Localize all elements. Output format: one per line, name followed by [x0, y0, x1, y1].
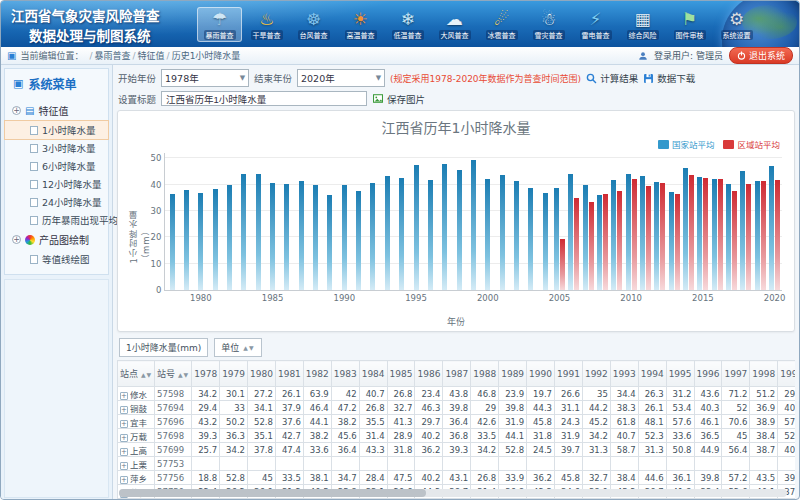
year-column-header[interactable]: 1980	[248, 361, 276, 387]
station-name-cell[interactable]: +萍乡	[118, 471, 155, 485]
bar-国家站平均-2001[interactable]	[500, 175, 505, 290]
toolbar-item-snow[interactable]: ☃雪灾普查	[526, 8, 571, 41]
calc-result-button[interactable]: 计算结果	[586, 71, 638, 85]
bar-区域站平均-2015[interactable]	[703, 178, 708, 290]
sidebar-item-24h-precip[interactable]: 24小时降水量	[5, 193, 108, 211]
chart-title-input[interactable]	[161, 91, 367, 106]
toolbar-item-system-settings[interactable]: ⚙系统设置	[714, 8, 759, 41]
bar-国家站平均-1993[interactable]	[385, 176, 390, 290]
sidebar-group-feature-values[interactable]: +▤特征值	[5, 100, 108, 121]
bar-区域站平均-2012[interactable]	[660, 183, 665, 290]
bar-国家站平均-1992[interactable]	[370, 183, 375, 290]
bar-区域站平均-2005[interactable]	[560, 239, 565, 290]
expand-icon[interactable]: +	[120, 392, 128, 400]
sidebar-item-1h-precip[interactable]: 1小时降水量	[5, 121, 108, 139]
bar-国家站平均-1978[interactable]	[170, 194, 175, 290]
bar-国家站平均-2016[interactable]	[712, 179, 717, 290]
year-column-header[interactable]: 1994	[638, 361, 666, 387]
bar-国家站平均-1982[interactable]	[227, 185, 232, 290]
bar-区域站平均-2011[interactable]	[646, 186, 651, 290]
year-column-header[interactable]: 1978	[192, 361, 220, 387]
bar-区域站平均-2006[interactable]	[574, 198, 579, 290]
bar-区域站平均-2010[interactable]	[632, 179, 637, 290]
bar-区域站平均-2017[interactable]	[732, 191, 737, 290]
year-column-header[interactable]: 1982	[303, 361, 331, 387]
bar-国家站平均-2014[interactable]	[683, 168, 688, 290]
unit-selector[interactable]: 单位 ▲▼	[214, 338, 261, 357]
bar-国家站平均-2012[interactable]	[654, 182, 659, 290]
toolbar-item-low-temp[interactable]: ❄低温普查	[385, 8, 430, 41]
bar-国家站平均-2018[interactable]	[740, 171, 745, 290]
bar-国家站平均-2011[interactable]	[640, 176, 645, 290]
bar-区域站平均-2016[interactable]	[718, 179, 723, 290]
bar-国家站平均-2004[interactable]	[543, 193, 548, 290]
sidebar-item-6h-precip[interactable]: 6小时降水量	[5, 157, 108, 175]
bar-国家站平均-1987[interactable]	[299, 181, 304, 290]
station-name-cell[interactable]: +安福	[118, 499, 155, 500]
toolbar-item-rainstorm[interactable]: ☂暴雨普查	[197, 7, 242, 42]
bar-国家站平均-2000[interactable]	[485, 179, 490, 290]
sidebar-item-3h-precip[interactable]: 3小时降水量	[5, 139, 108, 157]
horizontal-scrollbar[interactable]	[119, 489, 787, 497]
bar-区域站平均-2018[interactable]	[746, 184, 751, 290]
bar-区域站平均-2014[interactable]	[689, 175, 694, 290]
bar-国家站平均-1994[interactable]	[399, 178, 404, 290]
station-id-column-header[interactable]: 站号 ▲▼	[155, 361, 192, 387]
toolbar-item-high-temp[interactable]: ☀高温普查	[338, 8, 383, 41]
station-name-cell[interactable]: +万载	[118, 429, 155, 443]
bar-国家站平均-1991[interactable]	[356, 191, 361, 290]
bar-国家站平均-2019[interactable]	[755, 181, 760, 290]
year-column-header[interactable]: 1999	[778, 361, 795, 387]
bar-国家站平均-1988[interactable]	[313, 185, 318, 290]
bar-区域站平均-2007[interactable]	[589, 202, 594, 290]
sidebar-item-annual-rainstorm-avg[interactable]: 历年暴雨出现平均情况	[5, 211, 108, 229]
year-column-header[interactable]: 1992	[582, 361, 610, 387]
legend-item[interactable]: 区域站平均	[723, 138, 780, 150]
year-column-header[interactable]: 1979	[220, 361, 248, 387]
year-column-header[interactable]: 1985	[387, 361, 415, 387]
bar-国家站平均-1981[interactable]	[213, 189, 218, 290]
toolbar-item-lightning[interactable]: ⚡雷电普查	[573, 8, 618, 41]
year-column-header[interactable]: 1993	[610, 361, 638, 387]
sidebar-item-12h-precip[interactable]: 12小时降水量	[5, 175, 108, 193]
toolbar-item-map-review[interactable]: ⚑图件审核	[667, 8, 712, 41]
year-column-header[interactable]: 1990	[527, 361, 555, 387]
save-image-button[interactable]: 保存图片	[372, 92, 425, 106]
breadcrumb-item[interactable]: 历史1小时降水量	[172, 51, 241, 61]
bar-国家站平均-1980[interactable]	[198, 193, 203, 290]
expand-icon[interactable]: +	[120, 476, 128, 484]
year-column-header[interactable]: 1988	[471, 361, 499, 387]
bar-国家站平均-2013[interactable]	[669, 192, 674, 290]
bar-区域站平均-2020[interactable]	[775, 180, 780, 290]
bar-区域站平均-2019[interactable]	[761, 181, 766, 290]
bar-国家站平均-1999[interactable]	[471, 160, 476, 290]
breadcrumb-item[interactable]: 特征值	[138, 51, 165, 61]
bar-国家站平均-1979[interactable]	[184, 190, 189, 290]
bar-国家站平均-2020[interactable]	[769, 166, 774, 290]
sidebar-group-product-drawing[interactable]: +产品图绘制	[5, 229, 108, 250]
expand-icon[interactable]: +	[120, 434, 128, 442]
logout-button[interactable]: 退出系统	[729, 47, 793, 64]
toolbar-item-typhoon[interactable]: ☸台风普查	[291, 8, 336, 41]
bar-国家站平均-2009[interactable]	[611, 180, 616, 290]
station-name-cell[interactable]: +宜丰	[118, 415, 155, 429]
expand-icon[interactable]: +	[120, 462, 128, 470]
bar-国家站平均-1996[interactable]	[428, 180, 433, 290]
bar-国家站平均-1985[interactable]	[270, 183, 275, 290]
legend-item[interactable]: 国家站平均	[658, 138, 715, 150]
station-column-header[interactable]: 站点 ▲▼	[118, 361, 155, 387]
bar-国家站平均-1989[interactable]	[327, 195, 332, 290]
bar-国家站平均-1990[interactable]	[342, 185, 347, 290]
bar-区域站平均-2013[interactable]	[675, 194, 680, 290]
year-column-header[interactable]: 1995	[666, 361, 694, 387]
bar-国家站平均-2006[interactable]	[568, 174, 573, 290]
start-year-select[interactable]: 1978年 ▼	[161, 69, 249, 87]
measure-selector[interactable]: 1小时降水量(mm)	[119, 338, 208, 357]
bar-国家站平均-2008[interactable]	[597, 195, 602, 290]
year-column-header[interactable]: 1983	[331, 361, 359, 387]
year-column-header[interactable]: 1984	[359, 361, 387, 387]
bar-国家站平均-2010[interactable]	[626, 174, 631, 290]
bar-国家站平均-1984[interactable]	[256, 174, 261, 290]
station-name-cell[interactable]: +铜鼓	[118, 401, 155, 415]
bar-区域站平均-2008[interactable]	[603, 194, 608, 290]
